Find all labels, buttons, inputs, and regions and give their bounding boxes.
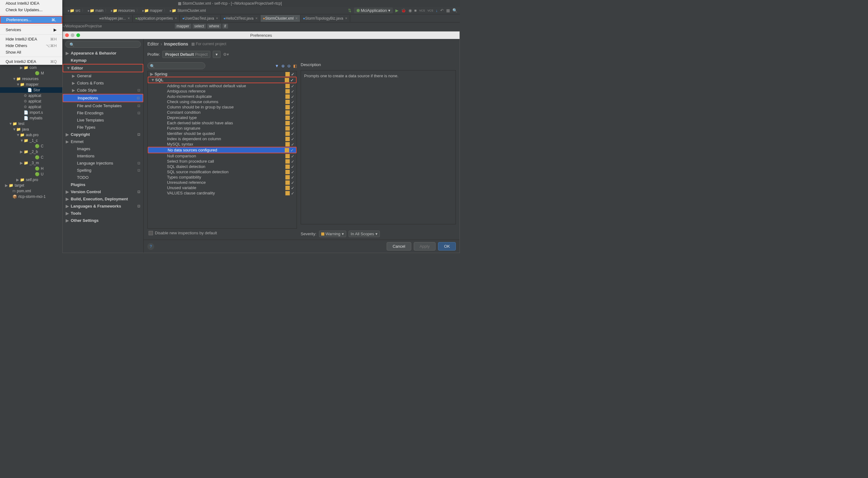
close-tab-icon[interactable]: × [255,16,258,21]
prefs-category[interactable]: File Types [63,124,143,131]
path-tag[interactable]: mapper [175,24,191,29]
checkbox[interactable]: ✓ [291,110,296,115]
preferences-sidebar[interactable]: 🔍 ▶Appearance & BehaviorKeymap▼Editor▶Ge… [63,39,144,253]
checkbox[interactable]: ✓ [290,148,295,152]
close-tab-icon[interactable]: × [216,16,218,21]
stop-icon[interactable]: ■ [414,8,417,13]
prefs-category[interactable]: Inspections⊡ [63,94,143,102]
tree-node[interactable]: ▼📁mapper [0,82,62,87]
inspections-search-input[interactable] [147,62,205,69]
inspection-item[interactable]: Select from procedure call✓ [148,159,297,164]
path-tag[interactable]: select [192,24,206,29]
inspection-item[interactable]: Null comparison✓ [148,153,297,159]
breadcrumb-item[interactable]: ▸📁src〉 [68,8,87,13]
breadcrumb-item[interactable]: ▸📁mapper〉 [143,8,169,13]
close-window-icon[interactable] [65,33,69,37]
editor-tab[interactable]: ● UserDaoTest.java × [180,15,221,22]
checkbox[interactable]: ✓ [291,137,296,141]
checkbox[interactable]: ✓ [291,121,296,125]
close-tab-icon[interactable]: × [296,16,298,21]
checkbox[interactable]: ✓ [291,142,296,146]
tree-node[interactable]: 🟢U [0,171,62,177]
close-tab-icon[interactable]: × [175,16,177,21]
prefs-category[interactable]: ▶Appearance & Behavior [63,50,143,57]
collapse-icon[interactable]: ⊖ [287,64,291,68]
checkbox[interactable]: ✓ [291,126,296,130]
checkbox[interactable]: ✓ [291,154,296,158]
checkbox[interactable] [149,231,153,235]
inspection-item[interactable]: Index is dependent on column✓ [148,136,297,142]
checkbox[interactable]: ✓ [291,105,296,109]
prefs-category[interactable]: ▶General [63,72,143,80]
inspection-category[interactable]: ▼SQL✓ [148,77,297,83]
layout-icon[interactable]: ▦ [446,8,450,13]
menu-item[interactable]: Hide Others⌥⌘H [0,42,62,49]
editor-tab[interactable]: ● erMapper.jav... × [97,15,133,22]
debug-icon[interactable]: 🐞 [401,8,406,13]
vcs-down-icon[interactable]: ↓ [436,8,438,13]
tree-node[interactable]: 📦rtcp-storm-mci-1 [0,194,62,200]
tree-node[interactable]: 🟢C [0,154,62,160]
prefs-category[interactable]: ▶Copyright⊡ [63,131,143,138]
prefs-category[interactable]: ▼Editor [63,64,143,72]
checkbox[interactable]: ✓ [291,131,296,136]
inspection-item[interactable]: SQL dialect detection✓ [148,164,297,169]
checkbox[interactable]: ✓ [291,159,296,163]
tree-node[interactable]: 📄mybatis [0,115,62,121]
tree-node[interactable]: mpom.xml [0,188,62,194]
checkbox[interactable]: ✓ [291,191,296,196]
prefs-category[interactable]: ▶Build, Execution, Deployment [63,196,143,203]
editor-tab[interactable]: ● application.properties × [133,15,180,22]
tree-node[interactable]: 📄Stor [0,87,62,93]
inspection-item[interactable]: Identifier should be quoted✓ [148,131,297,136]
checkbox[interactable]: ✓ [290,78,295,82]
tree-node[interactable]: 🟢M [0,70,62,76]
tree-node[interactable]: ▼📁_1_c [0,138,62,143]
menu-item[interactable]: Preferences...⌘, [0,16,62,24]
prefs-category[interactable]: ▶Code Style⊡ [63,87,143,94]
checkbox[interactable]: ✓ [291,170,296,174]
checkbox[interactable]: ✓ [291,175,296,179]
run-icon[interactable]: ▶ [395,8,399,13]
tree-node[interactable]: 🟢C [0,143,62,149]
inspection-item[interactable]: VALUES clause cardinality✓ [148,190,297,196]
inspection-item[interactable]: Column should be in group by clause✓ [148,104,297,110]
menu-item[interactable]: Services▶ [0,27,62,33]
checkbox[interactable]: ✓ [291,72,296,76]
tree-node[interactable]: ▼📁resources [0,76,62,82]
preferences-search-input[interactable] [65,41,141,48]
tree-node[interactable]: ▼📁aub.pro [0,132,62,138]
maximize-window-icon[interactable] [76,33,80,37]
menu-item[interactable]: Show All [0,49,62,56]
inspections-tree[interactable]: ▶Spring✓▼SQL✓Adding not null column with… [147,71,297,229]
prefs-category[interactable]: Images [63,145,143,152]
checkbox[interactable]: ✓ [291,165,296,169]
inspection-item[interactable]: Adding not null column without default v… [148,83,297,89]
checkbox[interactable]: ✓ [291,116,296,120]
scope-selector[interactable]: In All Scopes ▾ [349,231,380,237]
editor-tab[interactable]: ● StormCluster.xml × [260,15,301,22]
minimize-window-icon[interactable] [71,33,74,37]
application-menu[interactable]: About IntelliJ IDEACheck for Updates...P… [0,0,62,65]
prefs-category[interactable]: Language Injections⊡ [63,159,143,167]
menu-item[interactable]: Check for Updates... [0,6,62,13]
tree-node[interactable]: ▶📁_2_b [0,149,62,154]
prefs-category[interactable]: Plugins [63,181,143,188]
prefs-category[interactable]: ▶Tools [63,210,143,217]
profile-selector[interactable]: Project Default Project [162,51,210,58]
ok-button[interactable]: OK [438,242,456,250]
help-button[interactable]: ? [147,243,154,250]
prefs-category[interactable]: File and Code Templates⊡ [63,102,143,109]
inspection-item[interactable]: Each derived table should have alias✓ [148,120,297,126]
inspection-item[interactable]: Check using clause columns✓ [148,99,297,104]
tree-node[interactable]: ▼📁java [0,126,62,132]
inspection-item[interactable]: Function signature✓ [148,126,297,131]
path-tag[interactable]: where [207,24,221,29]
menu-item[interactable]: Hide IntelliJ IDEA⌘H [0,36,62,42]
inspection-item[interactable]: Unused variable✓ [148,185,297,190]
checkbox[interactable]: ✓ [291,180,296,185]
window-controls[interactable] [65,33,80,37]
preferences-search[interactable]: 🔍 [65,41,141,48]
vcs-label-2[interactable]: VCS [428,9,433,12]
tree-node[interactable]: ⚙applicat [0,98,62,104]
